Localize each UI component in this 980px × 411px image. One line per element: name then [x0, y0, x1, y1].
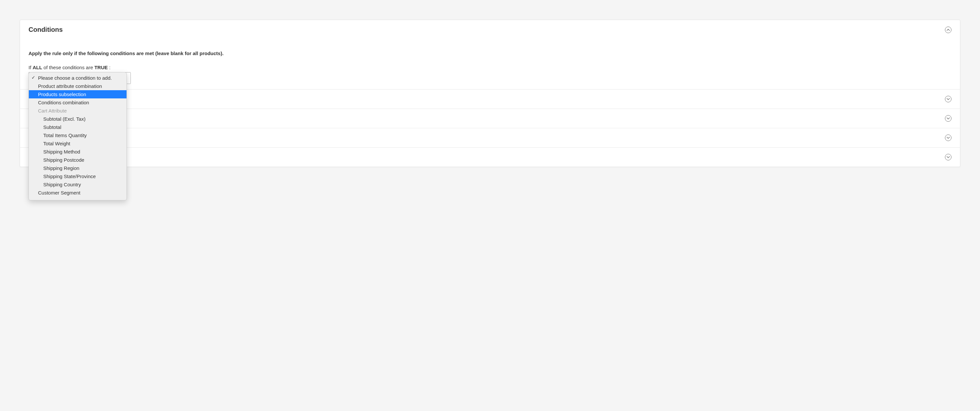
dropdown-option-placeholder[interactable]: Please choose a condition to add. [29, 74, 127, 82]
chevron-down-icon [947, 137, 950, 139]
panel-title-row: Conditions [29, 26, 951, 33]
dropdown-option-subtotal-excl-tax[interactable]: Subtotal (Excl. Tax) [29, 115, 127, 123]
dropdown-optgroup-cart-attribute: Cart Attribute [29, 107, 127, 115]
dropdown-option-shipping-postcode[interactable]: Shipping Postcode [29, 156, 127, 164]
value-link[interactable]: TRUE [94, 65, 108, 70]
dropdown-option-subtotal[interactable]: Subtotal [29, 123, 127, 131]
dropdown-option-products-subselection[interactable]: Products subselection [29, 90, 127, 99]
dropdown-option-total-weight[interactable]: Total Weight [29, 139, 127, 148]
expand-labels-button[interactable] [945, 115, 951, 122]
condition-rule-line: If ALL of these conditions are TRUE : [29, 65, 951, 70]
dropdown-option-shipping-country[interactable]: Shipping Country [29, 180, 127, 189]
dropdown-option-shipping-state-province[interactable]: Shipping State/Province [29, 172, 127, 180]
expand-manage-button[interactable] [945, 134, 951, 141]
cond-mid: of these conditions are [42, 65, 94, 70]
dropdown-option-shipping-method[interactable]: Shipping Method [29, 148, 127, 156]
condition-dropdown-list[interactable]: Please choose a condition to add. Produc… [29, 72, 127, 201]
collapsed-sections: A L M Related Dynamic Blocks [20, 89, 960, 167]
chevron-down-icon [947, 98, 950, 100]
expand-actions-button[interactable] [945, 96, 951, 102]
dropdown-option-customer-segment[interactable]: Customer Segment [29, 189, 127, 197]
section-related-dynamic-blocks[interactable]: Related Dynamic Blocks [20, 147, 960, 167]
section-labels[interactable]: L [20, 108, 960, 128]
dropdown-option-product-attribute-combination[interactable]: Product attribute combination [29, 82, 127, 90]
chevron-down-icon [947, 156, 950, 158]
collapse-button[interactable] [945, 27, 951, 33]
conditions-panel: Conditions Apply the rule only if the fo… [20, 20, 960, 167]
expand-related-dynamic-blocks-button[interactable] [945, 154, 951, 160]
panel-title: Conditions [29, 26, 63, 33]
dropdown-option-shipping-region[interactable]: Shipping Region [29, 164, 127, 172]
chevron-down-icon [947, 118, 950, 119]
aggregator-link[interactable]: ALL [33, 65, 42, 70]
section-actions[interactable]: A [20, 89, 960, 108]
chevron-up-icon [947, 29, 950, 31]
dropdown-option-conditions-combination[interactable]: Conditions combination [29, 99, 127, 107]
cond-prefix: If [29, 65, 33, 70]
dropdown-option-total-items-quantity[interactable]: Total Items Quantity [29, 131, 127, 139]
conditions-instruction: Apply the rule only if the following con… [29, 51, 951, 56]
cond-suffix: : [108, 65, 110, 70]
panel-body: Conditions Apply the rule only if the fo… [20, 20, 960, 70]
section-manage[interactable]: M [20, 128, 960, 147]
